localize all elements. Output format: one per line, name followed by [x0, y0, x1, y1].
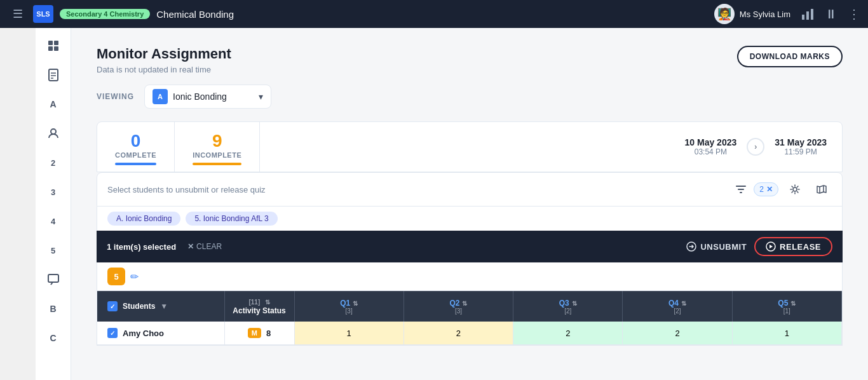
svg-point-11: [51, 129, 56, 134]
q4-sub: [2]: [630, 308, 724, 315]
viewing-icon: A: [153, 89, 168, 104]
svg-point-13: [793, 187, 797, 191]
nav-c-icon[interactable]: C: [41, 325, 66, 351]
students-sort-icon[interactable]: ▼: [160, 302, 168, 311]
activity-badge: M: [248, 328, 261, 338]
q2-sort-icon[interactable]: ⇅: [462, 300, 467, 307]
nav-user-icon[interactable]: [41, 121, 66, 146]
q4-sort-icon[interactable]: ⇅: [681, 300, 686, 307]
q2-label: Q2: [449, 299, 459, 308]
more-icon[interactable]: ⋮: [848, 6, 860, 22]
q3-label: Q3: [559, 299, 569, 308]
activity-count-badge: 5: [107, 268, 125, 285]
nav-b-icon[interactable]: B: [41, 296, 66, 322]
filter-icon[interactable]: [731, 179, 751, 200]
col-header-activity: [11] ⇅ Activity Status: [224, 291, 294, 322]
svg-rect-4: [54, 41, 58, 45]
nav-grid-icon[interactable]: [41, 33, 66, 58]
pause-icon[interactable]: ⏸: [825, 7, 837, 22]
settings-icon[interactable]: [785, 179, 805, 200]
download-marks-button[interactable]: DOWNLOAD MARKS: [737, 46, 843, 67]
tag-ionic-bonding[interactable]: A. Ionic Bonding: [107, 212, 180, 226]
col-header-q3: Q3⇅ [2]: [513, 291, 623, 322]
page-subtitle: Data is not updated in real time: [97, 65, 231, 74]
incomplete-stat: 9 INCOMPLETE: [175, 122, 260, 172]
col-header-q5: Q5⇅ [1]: [732, 291, 841, 322]
q5-value: 1: [785, 329, 789, 338]
svg-rect-6: [54, 46, 58, 51]
viewing-selected: Ionic Bonding: [173, 92, 254, 102]
row-checkbox[interactable]: ✓: [107, 328, 118, 338]
q3-sort-icon[interactable]: ⇅: [572, 300, 577, 307]
nav-5-icon[interactable]: 5: [41, 238, 66, 263]
q4-value: 2: [675, 329, 679, 338]
students-table: ✓ Students ▼ [11] ⇅ Activity Status: [97, 291, 842, 345]
page-title: Monitor Assignment: [97, 46, 231, 62]
incomplete-count: 9: [193, 131, 241, 151]
viewing-label: VIEWING: [97, 92, 134, 101]
svg-rect-5: [48, 46, 53, 51]
nav-chat-icon[interactable]: [41, 267, 66, 292]
col-header-q1: Q1⇅ [3]: [294, 291, 403, 322]
svg-rect-1: [806, 11, 809, 20]
topbar: ☰ SLS Secondary 4 Chemistry Chemical Bon…: [0, 0, 868, 28]
svg-rect-0: [802, 15, 804, 20]
select-all-checkbox[interactable]: ✓: [107, 301, 118, 311]
student-name-cell: ✓ Amy Choo: [97, 322, 224, 345]
q2-value: 2: [456, 329, 461, 338]
filter-bar: Select students to unsubmit or release q…: [97, 172, 843, 207]
q1-cell: 1: [294, 322, 403, 345]
tag-ionic-bonding-afl[interactable]: 5. Ionic Bonding AfL 3: [186, 212, 277, 226]
activity-sort-icon[interactable]: ⇅: [265, 299, 270, 306]
filter-clear-icon[interactable]: ✕: [766, 185, 773, 194]
svg-rect-12: [48, 275, 58, 282]
q3-cell: 2: [513, 322, 623, 345]
nav-4-icon[interactable]: 4: [41, 208, 66, 234]
activity-col-total: [11]: [248, 299, 260, 306]
hamburger-icon[interactable]: ☰: [8, 4, 28, 24]
nav-document-icon[interactable]: [41, 62, 66, 88]
q1-value: 1: [347, 329, 351, 338]
page-header: Monitor Assignment Data is not updated i…: [97, 46, 843, 74]
svg-rect-2: [811, 9, 813, 20]
unsubmit-button[interactable]: UNSUBMIT: [686, 241, 747, 252]
selection-count: 1 item(s) selected: [107, 242, 176, 252]
q1-sort-icon[interactable]: ⇅: [353, 300, 358, 307]
q3-value: 2: [566, 329, 570, 338]
q2-cell: 2: [403, 322, 513, 345]
student-name: Amy Choo: [123, 329, 164, 338]
filter-placeholder: Select students to unsubmit or release q…: [107, 185, 266, 194]
table-row: ✓ Amy Choo M 8 1: [97, 322, 842, 345]
col-header-students: ✓ Students ▼: [97, 291, 224, 322]
q5-sort-icon[interactable]: ⇅: [790, 300, 796, 307]
q4-label: Q4: [668, 299, 679, 308]
course-badge: Secondary 4 Chemistry: [60, 9, 150, 19]
end-date: 31 May 2023: [775, 137, 827, 147]
map-icon[interactable]: [811, 179, 832, 200]
viewing-row: VIEWING A Ionic Bonding ▾: [97, 85, 843, 109]
q1-sub: [3]: [302, 308, 396, 315]
nav-2-icon[interactable]: 2: [41, 150, 66, 175]
user-name: Ms Sylvia Lim: [740, 10, 790, 19]
edit-icon[interactable]: ✏: [130, 271, 139, 283]
release-button[interactable]: RELEASE: [754, 237, 832, 256]
viewing-dropdown[interactable]: A Ionic Bonding ▾: [144, 85, 271, 109]
activity-score: 8: [266, 329, 271, 338]
students-col-label: Students: [123, 302, 155, 311]
q1-label: Q1: [340, 299, 350, 308]
chevron-down-icon: ▾: [259, 92, 263, 102]
q3-sub: [2]: [521, 308, 614, 315]
nav-3-icon[interactable]: 3: [41, 179, 66, 205]
sls-logo: SLS: [33, 5, 53, 23]
activity-status-cell: M 8: [224, 322, 294, 345]
chart-icon[interactable]: [801, 7, 815, 21]
filter-count: 2: [759, 185, 764, 194]
clear-label: CLEAR: [196, 242, 222, 251]
filter-count-badge[interactable]: 2 ✕: [754, 182, 778, 196]
clear-button[interactable]: ✕ CLEAR: [187, 242, 222, 251]
avatar: 🧑‍🏫: [714, 4, 735, 24]
table-toolbar: 5 ✏: [97, 262, 842, 291]
nav-text-a-icon[interactable]: A: [41, 92, 66, 117]
date-arrow-icon: ›: [747, 138, 764, 156]
start-time: 03:54 PM: [685, 147, 737, 156]
